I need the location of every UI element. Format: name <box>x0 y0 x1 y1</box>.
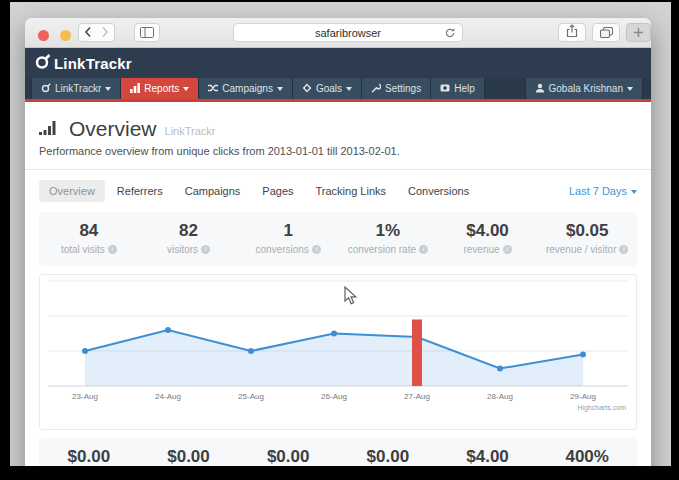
svg-text:25-Aug: 25-Aug <box>238 392 264 401</box>
nav-label: Goals <box>316 83 342 94</box>
sidebar-icon <box>140 24 154 42</box>
tab-referrers[interactable]: Referrers <box>107 180 173 202</box>
app-logo-text: LinkTrackr <box>54 55 132 72</box>
stat-cpa: $0.00 cpai <box>338 447 438 466</box>
user-icon <box>535 83 545 95</box>
svg-text:23-Aug: 23-Aug <box>72 392 98 401</box>
back-button[interactable] <box>78 23 97 42</box>
nav-item-linktrackr[interactable]: LinkTrackr <box>31 78 121 99</box>
info-icon[interactable]: i <box>619 245 628 254</box>
chevron-left-icon <box>84 24 92 42</box>
plus-icon <box>633 24 644 42</box>
tab-pages[interactable]: Pages <box>252 180 303 202</box>
sidebar-toggle-button[interactable] <box>134 23 160 42</box>
svg-text:27-Aug: 27-Aug <box>404 392 430 401</box>
nav-item-goals[interactable]: Goals <box>293 78 362 99</box>
area-chart[interactable]: 23-Aug24-Aug25-Aug26-Aug27-Aug28-Aug29-A… <box>40 275 636 429</box>
browser-toolbar: safaribrowser <box>25 18 651 48</box>
info-icon[interactable]: i <box>201 245 210 254</box>
report-tabs: Overview Referrers Campaigns Pages Track… <box>25 170 651 202</box>
stats-panel-top: 84 total visitsi 82 visitorsi 1 conversi… <box>39 212 637 266</box>
shuffle-icon <box>208 83 218 95</box>
target-icon <box>302 83 312 95</box>
svg-text:24-Aug: 24-Aug <box>155 392 181 401</box>
chevron-down-icon <box>627 87 633 91</box>
minimize-window-button[interactable] <box>60 30 71 41</box>
chevron-down-icon <box>277 87 283 91</box>
info-icon[interactable]: i <box>312 245 321 254</box>
tab-overview[interactable]: Overview <box>39 180 105 202</box>
share-button[interactable] <box>558 23 586 42</box>
stat-value: $4.00 <box>438 221 538 241</box>
stat-value: $4.00 <box>438 447 538 466</box>
page-header: Overview LinkTrackr Performance overview… <box>25 102 651 170</box>
tab-tracking-links[interactable]: Tracking Links <box>306 180 397 202</box>
stat-label: revenue <box>463 244 499 255</box>
url-text: safaribrowser <box>315 27 381 39</box>
stat-conversion-rate: 1% conversion ratei <box>338 221 438 255</box>
stat-conversions: 1 conversionsi <box>238 221 338 255</box>
nav-label: LinkTrackr <box>55 83 101 94</box>
chevron-down-icon <box>183 87 189 91</box>
tab-campaigns[interactable]: Campaigns <box>175 180 251 202</box>
stat-value: $0.00 <box>39 447 139 466</box>
stat-total-cost: $0.00 total costi <box>39 447 139 466</box>
tab-overview-button[interactable] <box>592 23 620 42</box>
stat-roi: 400% roii <box>537 447 637 466</box>
help-icon <box>440 83 450 95</box>
stat-value: $0.00 <box>139 447 239 466</box>
nav-label: Help <box>454 83 475 94</box>
tab-conversions[interactable]: Conversions <box>398 180 479 202</box>
stat-value: $0.05 <box>537 221 637 241</box>
visits-chart[interactable]: 23-Aug24-Aug25-Aug26-Aug27-Aug28-Aug29-A… <box>39 274 637 430</box>
desktop-background: safaribrowser LinkTrackr LinkTrackr <box>10 2 671 466</box>
page-subtitle: Performance overview from unique clicks … <box>39 145 637 157</box>
nav-label: Reports <box>144 83 179 94</box>
new-tab-button[interactable] <box>626 23 651 42</box>
nav-label: Campaigns <box>222 83 273 94</box>
stat-revenue-visitor: $0.05 revenue / visitori <box>537 221 637 255</box>
nav-label: Settings <box>385 83 421 94</box>
stat-value: 84 <box>39 221 139 241</box>
stat-value: 1% <box>338 221 438 241</box>
stat-visitors: 82 visitorsi <box>139 221 239 255</box>
nav-item-campaigns[interactable]: Campaigns <box>199 78 293 99</box>
info-icon[interactable]: i <box>503 245 512 254</box>
date-range-label: Last 7 Days <box>569 185 627 197</box>
page-title-suffix: LinkTrackr <box>165 125 216 139</box>
overview-chart-icon <box>39 119 61 139</box>
stat-label: visitors <box>167 244 198 255</box>
page-content: Overview LinkTrackr Performance overview… <box>25 102 651 466</box>
stats-panel-bottom: $0.00 total costi $0.00 cost / visiti $0… <box>39 438 637 466</box>
nav-item-help[interactable]: Help <box>431 78 485 99</box>
bar-chart-icon <box>130 83 140 95</box>
svg-text:Highcharts.com: Highcharts.com <box>577 404 626 412</box>
svg-text:26-Aug: 26-Aug <box>321 392 347 401</box>
chevron-down-icon <box>346 87 352 91</box>
info-icon[interactable]: i <box>419 245 428 254</box>
wrench-icon <box>371 83 381 95</box>
stat-value: 400% <box>537 447 637 466</box>
page-title: Overview <box>69 118 157 139</box>
close-window-button[interactable] <box>38 30 49 41</box>
forward-button[interactable] <box>96 23 115 42</box>
stat-label: conversions <box>256 244 309 255</box>
user-menu[interactable]: Gobala Krishnan <box>525 78 644 99</box>
stat-value: $0.00 <box>238 447 338 466</box>
share-icon <box>566 24 578 42</box>
date-range-dropdown[interactable]: Last 7 Days <box>569 185 637 197</box>
stat-cost-visit: $0.00 cost / visiti <box>139 447 239 466</box>
nav-item-settings[interactable]: Settings <box>362 78 431 99</box>
address-bar[interactable]: safaribrowser <box>233 23 463 42</box>
browser-window: safaribrowser LinkTrackr LinkTrackr <box>25 18 651 466</box>
svg-text:29-Aug: 29-Aug <box>570 392 596 401</box>
stat-label: total visits <box>61 244 105 255</box>
info-icon[interactable]: i <box>108 245 117 254</box>
stat-label: revenue / visitor <box>546 244 617 255</box>
chevron-right-icon <box>101 24 109 42</box>
reload-icon[interactable] <box>444 27 456 41</box>
linktrackr-logo-icon <box>34 53 51 74</box>
stat-profit: $4.00 profiti <box>438 447 538 466</box>
nav-item-reports[interactable]: Reports <box>121 78 199 99</box>
stat-revenue: $4.00 revenuei <box>438 221 538 255</box>
